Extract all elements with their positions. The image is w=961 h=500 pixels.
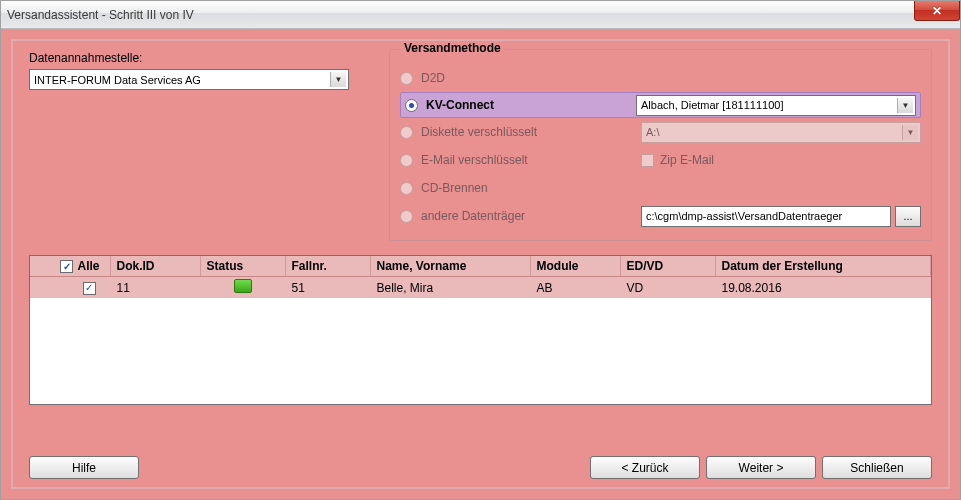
- kvconnect-recipient-value: Albach, Dietmar [181111100]: [641, 99, 783, 111]
- browse-label: ...: [903, 210, 912, 222]
- table-header-row: ✓Alle Dok.ID Status Fallnr. Name, Vornam…: [30, 256, 931, 277]
- diskette-drive-value: A:\: [646, 126, 659, 138]
- col-datum[interactable]: Datum der Erstellung: [715, 256, 931, 277]
- cell-fallnr: 51: [285, 277, 370, 299]
- header-checkbox[interactable]: ✓: [60, 260, 73, 273]
- kvconnect-recipient-combo[interactable]: Albach, Dietmar [181111100] ▼: [636, 95, 916, 116]
- window-title: Versandassistent - Schritt III von IV: [7, 8, 194, 22]
- window-close-button[interactable]: ✕: [914, 1, 960, 21]
- datenannahme-combo[interactable]: INTER-FORUM Data Services AG ▼: [29, 69, 349, 90]
- radio-kvconnect-label: KV-Connect: [426, 98, 494, 112]
- radio-diskette-label: Diskette verschlüsselt: [421, 125, 537, 139]
- hilfe-button[interactable]: Hilfe: [29, 456, 139, 479]
- button-row: Hilfe < Zurück Weiter > Schließen: [29, 456, 932, 479]
- col-dokid[interactable]: Dok.ID: [110, 256, 200, 277]
- cell-status: [200, 277, 285, 299]
- table-row[interactable]: ✓ 11 51 Belle, Mira AB VD 19.08.2016: [30, 277, 931, 299]
- radio-diskette-row: Diskette verschlüsselt A:\ ▼: [400, 118, 921, 146]
- radio-diskette: [400, 126, 413, 139]
- content-frame: Datenannahmestelle: INTER-FORUM Data Ser…: [11, 39, 950, 489]
- col-alle[interactable]: ✓Alle: [30, 256, 110, 277]
- versandmethode-legend: Versandmethode: [400, 41, 505, 55]
- top-row: Datenannahmestelle: INTER-FORUM Data Ser…: [29, 49, 932, 241]
- radio-email: [400, 154, 413, 167]
- radio-d2d: [400, 72, 413, 85]
- weiter-button[interactable]: Weiter >: [706, 456, 816, 479]
- radio-cd-label: CD-Brennen: [421, 181, 488, 195]
- radio-d2d-row: D2D: [400, 64, 921, 92]
- browse-button[interactable]: ...: [895, 206, 921, 227]
- status-ok-icon: [234, 279, 252, 293]
- zip-email-label: Zip E-Mail: [660, 153, 714, 167]
- radio-andere-row: andere Datenträger c:\cgm\dmp-assist\Ver…: [400, 202, 921, 230]
- diskette-drive-combo: A:\ ▼: [641, 122, 921, 143]
- radio-d2d-label: D2D: [421, 71, 445, 85]
- versandmethode-group: Versandmethode D2D KV-Connect Albach, Di…: [389, 49, 932, 241]
- chevron-down-icon: ▼: [897, 98, 913, 113]
- radio-kvconnect-row[interactable]: KV-Connect Albach, Dietmar [181111100] ▼: [400, 92, 921, 118]
- cell-name: Belle, Mira: [370, 277, 530, 299]
- radio-cd: [400, 182, 413, 195]
- cell-dokid: 11: [110, 277, 200, 299]
- document-table: ✓Alle Dok.ID Status Fallnr. Name, Vornam…: [29, 255, 932, 405]
- datenannahme-block: Datenannahmestelle: INTER-FORUM Data Ser…: [29, 49, 369, 90]
- content-bg: Datenannahmestelle: INTER-FORUM Data Ser…: [1, 29, 960, 499]
- close-icon: ✕: [932, 4, 942, 18]
- radio-cd-row: CD-Brennen: [400, 174, 921, 202]
- cell-edvd: VD: [620, 277, 715, 299]
- window-frame: Versandassistent - Schritt III von IV ✕ …: [0, 0, 961, 500]
- titlebar: Versandassistent - Schritt III von IV ✕: [1, 1, 960, 29]
- chevron-down-icon: ▼: [902, 125, 918, 140]
- zip-email-checkbox: [641, 154, 654, 167]
- schliessen-button[interactable]: Schließen: [822, 456, 932, 479]
- radio-email-row: E-Mail verschlüsselt Zip E-Mail: [400, 146, 921, 174]
- chevron-down-icon: ▼: [330, 72, 346, 87]
- radio-andere-label: andere Datenträger: [421, 209, 525, 223]
- andere-path-value: c:\cgm\dmp-assist\VersandDatentraeger: [646, 210, 842, 222]
- cell-module: AB: [530, 277, 620, 299]
- andere-path-field[interactable]: c:\cgm\dmp-assist\VersandDatentraeger: [641, 206, 891, 227]
- radio-email-label: E-Mail verschlüsselt: [421, 153, 528, 167]
- cell-checkbox[interactable]: ✓: [30, 277, 110, 299]
- datenannahme-value: INTER-FORUM Data Services AG: [34, 74, 201, 86]
- col-fallnr[interactable]: Fallnr.: [285, 256, 370, 277]
- col-edvd[interactable]: ED/VD: [620, 256, 715, 277]
- row-checkbox[interactable]: ✓: [83, 282, 96, 295]
- table: ✓Alle Dok.ID Status Fallnr. Name, Vornam…: [30, 256, 931, 298]
- radio-kvconnect[interactable]: [405, 99, 418, 112]
- datenannahme-label: Datenannahmestelle:: [29, 51, 369, 65]
- zurueck-button[interactable]: < Zurück: [590, 456, 700, 479]
- cell-datum: 19.08.2016: [715, 277, 931, 299]
- col-module[interactable]: Module: [530, 256, 620, 277]
- col-status[interactable]: Status: [200, 256, 285, 277]
- col-name[interactable]: Name, Vorname: [370, 256, 530, 277]
- radio-andere: [400, 210, 413, 223]
